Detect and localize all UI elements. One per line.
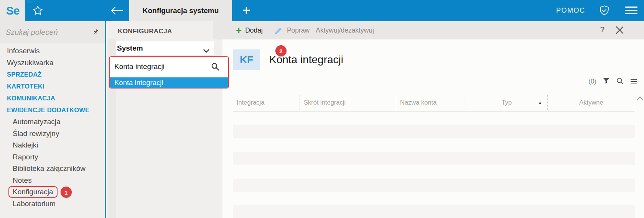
table-row — [233, 192, 635, 205]
column-header-aktywne[interactable]: Aktywne — [547, 94, 635, 111]
sidebar-item-notes[interactable]: Notes — [0, 175, 105, 187]
add-button[interactable]: + Dodaj — [236, 26, 263, 34]
integration-accounts-table: Integracja Skrót integracji Nazwa konta … — [233, 94, 635, 218]
help-menu[interactable]: POMOC — [556, 0, 585, 21]
shield-check-icon[interactable] — [598, 5, 610, 18]
sidebar-item-automatyzacja[interactable]: Automatyzacja — [0, 116, 105, 128]
table-row — [233, 179, 635, 192]
activate-deactivate-button[interactable]: Aktywuj/dezaktywuj — [316, 26, 374, 34]
sidebar-menu: Infoserwis Wyszukiwarka SPRZEDAŻ KARTOTE… — [0, 45, 105, 210]
record-count: (0) — [588, 78, 596, 85]
app-window: Se NX Konfiguracja systemu + POMOC — [0, 0, 644, 218]
table-header: Integracja Skrót integracji Nazwa konta … — [233, 94, 635, 111]
close-icon[interactable] — [616, 26, 624, 36]
table-search-icon[interactable] — [616, 77, 624, 87]
annotation-badge-2: 2 — [275, 45, 287, 56]
entity-badge: KF — [233, 49, 260, 70]
category-dropdown-value: System — [117, 44, 143, 52]
table-row — [233, 138, 635, 152]
sort-ascending-icon: ▲ — [538, 100, 542, 105]
table-row — [233, 165, 635, 179]
config-search-value: Konta integracji — [114, 62, 165, 71]
panel-heading: KONFIGURACJA — [118, 28, 172, 35]
config-search-input[interactable]: Konta integracji — [110, 57, 228, 76]
plus-icon: + — [236, 26, 242, 34]
table-row — [233, 152, 635, 165]
app-logo: Se NX — [0, 0, 25, 21]
help-button[interactable]: ? — [598, 25, 606, 34]
chevron-down-icon — [203, 46, 209, 55]
table-body — [233, 111, 635, 218]
top-bar: Se NX Konfiguracja systemu + POMOC — [0, 0, 644, 21]
annotation-outline-step2: Konta integracji Konta integracji — [109, 56, 229, 89]
sidebar: Szukaj poleceń Infoserwis Wyszukiwarka S… — [0, 21, 105, 218]
sidebar-item-slad-rewizyjny[interactable]: Ślad rewizyjny — [0, 128, 105, 140]
logo-text: Se — [6, 4, 20, 17]
sidebar-item-naklejki[interactable]: Naklejki — [0, 139, 105, 151]
logo-sup: NX — [26, 0, 32, 3]
table-row — [233, 205, 635, 218]
sidebar-item-biblioteka-zalacznikow[interactable]: Biblioteka załączników — [0, 163, 105, 175]
column-header-typ[interactable]: Typ ▲ — [466, 94, 547, 111]
sidebar-item-sprzedaz[interactable]: SPRZEDAŻ — [0, 69, 105, 80]
hamburger-menu-icon[interactable] — [625, 7, 637, 14]
konfiguracja-panel: KONFIGURACJA System Konta integracji Kon… — [106, 21, 222, 218]
list-options-icon[interactable] — [631, 79, 637, 84]
help-label: POMOC — [556, 7, 585, 15]
tab-konfiguracja-systemu[interactable]: Konfiguracja systemu — [129, 0, 232, 21]
tab-label: Konfiguracja systemu — [143, 7, 219, 15]
sidebar-item-kartoteki[interactable]: KARTOTEKI — [0, 80, 105, 92]
favorites-star-icon[interactable] — [32, 5, 43, 18]
command-search[interactable]: Szukaj poleceń — [0, 21, 105, 43]
edit-button[interactable]: Popraw — [274, 26, 310, 34]
activate-deactivate-label: Aktywuj/dezaktywuj — [316, 26, 374, 34]
pin-icon[interactable] — [92, 28, 99, 38]
table-row — [233, 111, 635, 125]
search-icon[interactable] — [211, 62, 220, 73]
filter-icon[interactable] — [603, 78, 609, 85]
toolbar: + Dodaj Popraw Aktywuj/dezaktywuj ? — [213, 21, 644, 39]
column-header-typ-label: Typ — [502, 99, 512, 106]
sidebar-item-konfiguracja[interactable]: Konfiguracja1 — [0, 186, 105, 198]
search-suggestion-konta-integracji[interactable]: Konta integracji — [110, 77, 228, 88]
category-dropdown[interactable]: System — [110, 41, 214, 55]
sidebar-item-ewidencje-dodatkowe[interactable]: EWIDENCJE DODATKOWE — [0, 104, 105, 116]
scroll-up-icon[interactable] — [636, 95, 644, 102]
column-header-integracja[interactable]: Integracja — [233, 94, 300, 111]
sidebar-item-wyszukiwarka[interactable]: Wyszukiwarka — [0, 57, 105, 69]
command-search-placeholder: Szukaj poleceń — [0, 28, 105, 37]
new-tab-button[interactable]: + — [239, 1, 254, 20]
sidebar-item-infoserwis[interactable]: Infoserwis — [0, 45, 105, 57]
brush-icon — [274, 26, 283, 34]
sidebar-item-komunikacja[interactable]: KOMUNIKACJA — [0, 92, 105, 104]
annotation-outline-step1: Konfiguracja — [8, 186, 58, 198]
column-header-skrot-integracji[interactable]: Skrót integracji — [300, 94, 396, 111]
column-header-nazwa-konta[interactable]: Nazwa konta — [396, 94, 466, 111]
sidebar-item-laboratorium[interactable]: Laboratorium — [0, 198, 105, 210]
edit-button-label: Popraw — [287, 26, 310, 34]
annotation-badge-1: 1 — [61, 187, 72, 198]
text-caret — [165, 62, 166, 71]
list-tools: (0) — [579, 76, 637, 87]
back-arrow-icon[interactable] — [110, 7, 124, 16]
add-button-label: Dodaj — [245, 26, 263, 34]
table-row — [233, 125, 635, 138]
sidebar-item-raporty[interactable]: Raporty — [0, 151, 105, 163]
